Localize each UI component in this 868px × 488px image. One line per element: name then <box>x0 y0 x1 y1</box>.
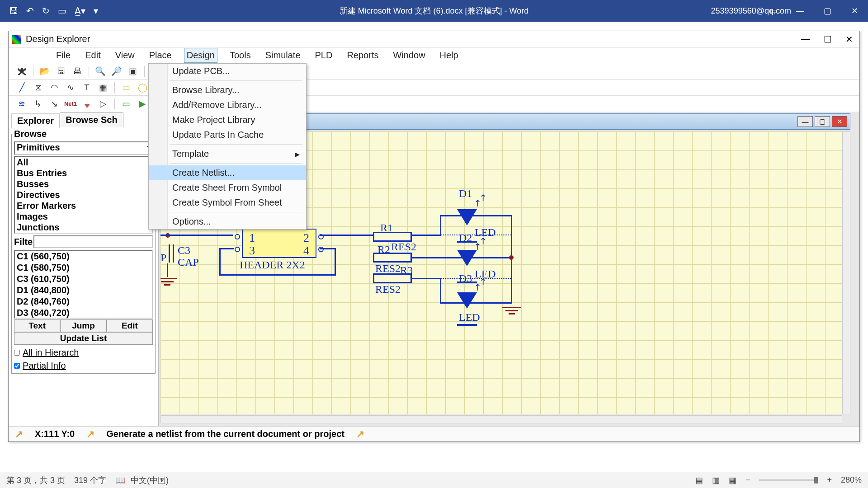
update-list-button[interactable]: Update List <box>14 332 153 345</box>
sheet-icon[interactable]: ▭ <box>121 99 131 109</box>
word-spellcheck-icon[interactable]: 📖 <box>115 475 125 485</box>
save-icon[interactable]: 🖫 <box>56 66 66 76</box>
close-icon[interactable]: ✕ <box>841 0 868 22</box>
menu-item-template[interactable]: Template▸ <box>149 146 306 161</box>
menu-item-options[interactable]: Options... <box>149 214 306 229</box>
list-item[interactable]: Bus Entries <box>17 168 152 178</box>
netlabel-icon[interactable]: Net1 <box>66 99 75 109</box>
frame-icon[interactable]: ▦ <box>98 83 108 93</box>
menu-simulate[interactable]: Simulate <box>263 48 303 62</box>
list-item[interactable]: D2 (840,760) <box>17 296 152 307</box>
word-page-status[interactable]: 第 3 页，共 3 页 <box>6 475 65 486</box>
zoom-out-icon[interactable]: − <box>745 475 750 485</box>
undo-icon[interactable]: ↶ <box>26 5 34 16</box>
list-item[interactable]: All <box>17 157 152 168</box>
menu-item-create-sheet-from-symbol[interactable]: Create Sheet From Symbol <box>149 180 306 195</box>
part-icon[interactable]: ▷ <box>98 99 108 109</box>
web-layout-icon[interactable]: ▦ <box>729 475 736 485</box>
zoom-slider[interactable] <box>759 479 818 481</box>
menu-file[interactable]: File <box>54 48 73 62</box>
word-word-count[interactable]: 319 个字 <box>74 475 106 486</box>
list-item[interactable]: C1 (580,750) <box>17 262 152 273</box>
all-in-hierarchy-checkbox[interactable]: All in Hierarch <box>14 347 153 358</box>
font-icon[interactable]: A̲▾ <box>75 5 85 16</box>
menu-edit[interactable]: Edit <box>83 48 103 62</box>
sheetentry-icon[interactable]: ▶ <box>137 99 147 109</box>
tree-icon[interactable]: 🞲 <box>17 66 27 76</box>
zoom-in-icon[interactable]: 🔍 <box>95 66 105 76</box>
canvas-hscroll[interactable] <box>160 415 842 423</box>
primitives-select[interactable]: Primitives▾ <box>14 141 153 155</box>
menu-item-make-project-library[interactable]: Make Project Library <box>149 113 306 127</box>
jump-button[interactable]: Jump <box>60 319 106 332</box>
menu-item-update-pcb[interactable]: Update PCB... <box>149 64 306 79</box>
open-icon[interactable]: 📂 <box>40 66 50 76</box>
text-button[interactable]: Text <box>14 319 60 332</box>
edit-button[interactable]: Edit <box>107 319 153 332</box>
doc-maximize-icon[interactable]: ▢ <box>815 116 830 127</box>
canvas-vscroll[interactable] <box>842 131 850 414</box>
word-language[interactable]: 中文(中国) <box>131 475 169 486</box>
rect-icon[interactable]: ▭ <box>121 83 131 93</box>
qat-more-icon[interactable]: ▾ <box>94 5 98 16</box>
arc-icon[interactable]: ◠ <box>49 83 59 93</box>
de-maximize-icon[interactable]: ☐ <box>824 34 832 45</box>
maximize-icon[interactable]: ▢ <box>814 0 841 22</box>
menu-item-add-remove-library[interactable]: Add/Remove Library... <box>149 98 306 113</box>
filter-input[interactable] <box>33 235 153 248</box>
buswire-icon[interactable]: ↳ <box>33 99 43 109</box>
doc-close-icon[interactable]: ✕ <box>832 116 847 127</box>
print-icon[interactable]: 🖶 <box>72 66 82 76</box>
read-mode-icon[interactable]: ▤ <box>695 475 703 485</box>
menu-item-create-symbol-from-sheet[interactable]: Create Symbol From Sheet <box>149 195 306 210</box>
menu-place[interactable]: Place <box>147 48 174 62</box>
primitives-listbox[interactable]: All Bus Entries Busses Directives Error … <box>14 156 153 234</box>
menu-item-update-parts-cache[interactable]: Update Parts In Cache <box>149 127 306 142</box>
menu-pld[interactable]: PLD <box>313 48 335 62</box>
round-icon[interactable]: ◯ <box>137 83 147 93</box>
zoom-window-icon[interactable]: ▣ <box>128 66 138 76</box>
redo-icon[interactable]: ↻ <box>42 5 50 16</box>
power-icon[interactable]: ⏚ <box>82 99 92 109</box>
minimize-icon[interactable]: — <box>787 0 814 22</box>
ribbon-options-icon[interactable]: ▭ <box>760 0 787 22</box>
de-close-icon[interactable]: ✕ <box>845 34 853 45</box>
text-icon[interactable]: T <box>82 83 92 93</box>
netwire-icon[interactable]: ≋ <box>17 99 27 109</box>
zoom-out-icon[interactable]: 🔎 <box>112 66 122 76</box>
tab-explorer[interactable]: Explorer <box>11 113 60 128</box>
list-item[interactable]: Directives <box>17 189 152 200</box>
list-item[interactable]: C1 (560,750) <box>17 251 152 262</box>
bus-icon[interactable]: ⧖ <box>33 83 43 93</box>
menu-reports[interactable]: Reports <box>344 48 381 62</box>
list-item[interactable]: Labels <box>17 233 152 234</box>
de-minimize-icon[interactable]: — <box>801 34 810 45</box>
instances-listbox[interactable]: C1 (560,750) C1 (580,750) C3 (610,750) D… <box>14 250 153 319</box>
zoom-level[interactable]: 280% <box>841 475 862 485</box>
list-item[interactable]: C3 (610,750) <box>17 273 152 285</box>
menu-item-create-netlist[interactable]: Create Netlist... <box>149 165 306 180</box>
newdoc-icon[interactable]: ▭ <box>58 5 66 16</box>
menu-item-browse-library[interactable]: Browse Library... <box>149 83 306 98</box>
busentry-icon[interactable]: ↘ <box>49 99 59 109</box>
de-title-bar[interactable]: Design Explorer — ☐ ✕ <box>9 31 859 47</box>
tab-browse-sch[interactable]: Browse Sch <box>60 113 123 127</box>
signal-icon[interactable]: ∿ <box>66 83 75 93</box>
menu-design[interactable]: Design <box>184 48 217 63</box>
print-layout-icon[interactable]: ▥ <box>712 475 720 485</box>
list-item[interactable]: Busses <box>17 178 152 189</box>
menu-tools[interactable]: Tools <box>227 48 253 62</box>
list-item[interactable]: Error Markers <box>17 200 152 211</box>
list-item[interactable]: D3 (840,720) <box>17 307 152 319</box>
save-icon[interactable]: 🖫 <box>9 6 18 16</box>
list-item[interactable]: Junctions <box>17 222 152 233</box>
menu-view[interactable]: View <box>113 48 137 62</box>
list-item[interactable]: D1 (840,800) <box>17 285 152 296</box>
partial-info-checkbox[interactable]: Partial Info <box>14 361 153 371</box>
zoom-in-icon[interactable]: + <box>827 475 832 485</box>
doc-minimize-icon[interactable]: — <box>797 116 813 127</box>
menu-window[interactable]: Window <box>391 48 427 62</box>
menu-help[interactable]: Help <box>438 48 461 62</box>
list-item[interactable]: Images <box>17 211 152 222</box>
wire-icon[interactable]: ╱ <box>17 83 27 93</box>
